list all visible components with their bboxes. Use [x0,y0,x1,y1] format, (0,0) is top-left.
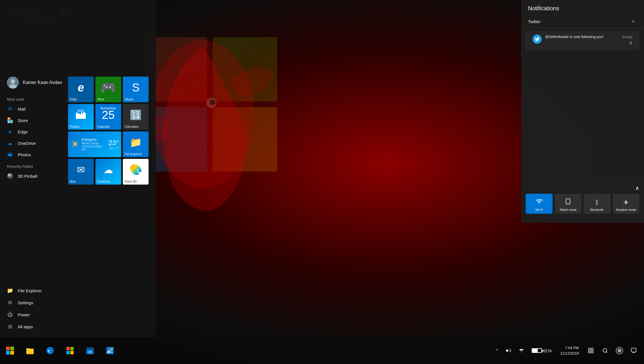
qa-tablet-label: Tablet mode [559,208,577,211]
bottom-actions: 📁 File Explorer ⚙ Settings ⏻ Power ⊞ All… [0,282,156,337]
tile-calculator[interactable]: 🔢 Calculator [123,104,149,130]
quick-actions-expand-button[interactable]: ∧ [635,185,639,191]
taskbar-chevron-button[interactable]: ^ [493,346,501,355]
taskbar-battery[interactable]: 61% [529,347,555,355]
qa-wifi-label: Wi-Fi [535,208,543,211]
battery-pct: 61% [543,348,552,353]
taskbar-clock[interactable]: 7:04 PM 11/12/2018 [556,345,583,356]
taskbar-time: 7:04 PM [560,345,579,351]
taskbar-wifi-button[interactable] [516,345,527,356]
svg-rect-32 [589,348,591,350]
svg-rect-13 [10,347,14,350]
tile-weather[interactable]: ☀ Eskişehir Mostly Sunny Chance of Rain:… [68,131,121,157]
quick-actions-grid: Wi-Fi Tablet mode ᛒ Bluetooth ✈ Airplane… [526,194,639,214]
taskbar-search-button[interactable] [599,337,611,364]
svg-marker-30 [506,349,508,352]
notification-text: @SelimKestel is now following you! [545,35,619,39]
notification-header: Notifications [521,0,644,15]
tile-xbox-label: Xbox [97,97,104,101]
qa-wifi-button[interactable]: Wi-Fi [526,194,553,214]
sidebar-item-file-explorer[interactable]: 📁 File Explorer [0,285,156,297]
settings-label: Settings [18,300,33,305]
power-icon: ⏻ [7,311,13,318]
taskbar-action-center-button[interactable] [627,337,640,364]
edge-icon: e [7,129,13,135]
win-logo-bg [140,34,280,174]
tile-xbox[interactable]: 🎮 Xbox [95,77,121,102]
tile-calculator-label: Calculator [125,125,139,128]
svg-rect-38 [631,348,636,352]
edge-label: Edge [18,129,28,134]
taskbar-cortana-button[interactable] [613,337,626,364]
svg-rect-12 [6,347,10,350]
svg-rect-22 [70,347,74,350]
store-label: Store [18,118,28,123]
tiles-area: e Edge 🎮 Xbox S Skype 🏔 Photos November … [68,77,149,185]
tile-photos-label: Photos [70,125,79,128]
notification-time: Sunday [622,35,633,39]
tile-mail-label: Mail [70,180,75,183]
wifi-icon [536,198,543,206]
tile-weather-city: Eskişehir [82,137,106,142]
tile-paint3d[interactable]: 🎨 Paint 3D [123,159,149,185]
svg-rect-21 [66,347,70,350]
taskbar-icon-photos[interactable] [100,337,120,364]
avatar [7,77,19,89]
photos-label: Photos [18,152,31,157]
taskbar-icon-edge[interactable]: e [40,337,60,364]
notification-close-button[interactable]: × [629,17,637,26]
tile-fileexplorer-label: File Explorer [125,152,142,156]
file-explorer-label: File Explorer [18,288,42,293]
taskbar-icon-calendar[interactable]: 25 [80,337,100,364]
notification-title: Notifications [528,5,559,12]
tile-edge[interactable]: e Edge [68,77,94,102]
qa-bluetooth-label: Bluetooth [591,208,604,211]
tile-weather-rain: Chance of Rain: 0% [82,145,106,151]
svg-point-29 [111,348,113,350]
notification-source-twitter: Twitter × [521,15,644,28]
tablet-mode-icon [565,198,571,206]
svg-rect-10 [566,199,570,204]
svg-rect-35 [591,351,593,353]
notification-expand-icon[interactable]: ∨ [629,40,633,46]
taskbar-system-tray: ^ 61% 7:04 PM 11/12/2018 [493,337,644,364]
svg-text:e: e [48,348,50,353]
sidebar-item-power[interactable]: ⏻ Power [0,309,156,321]
twitter-source-name: Twitter [528,19,541,24]
tile-weather-temp: 23° [109,139,119,147]
svg-rect-34 [589,351,591,353]
qa-tablet-button[interactable]: Tablet mode [555,194,582,214]
notification-item: @SelimKestel is now following you! Sunda… [526,31,639,50]
tile-fileexplorer[interactable]: 📁 File Explorer [123,131,149,157]
tile-weather-range: 24° / 7° [109,147,119,150]
taskbar-task-view-button[interactable] [585,337,597,364]
svg-rect-3 [213,107,277,171]
svg-point-11 [568,203,568,203]
pinball-icon: 🎱 [7,173,13,179]
tile-mail[interactable]: ✉ Mail [68,159,94,185]
taskbar-icon-store[interactable] [60,337,80,364]
tile-calendar[interactable]: November 25 Calendar [95,104,121,130]
tile-onedrive[interactable]: ☁ OneDrive [95,159,121,185]
sidebar-item-all-apps[interactable]: ⊞ All apps [0,321,156,333]
qa-airplane-label: Airplane mode [616,208,636,211]
qa-bluetooth-button[interactable]: ᛒ Bluetooth [584,194,611,214]
svg-rect-14 [6,351,10,355]
photos-icon: 🏔 [7,151,13,158]
sidebar-item-settings[interactable]: ⚙ Settings [0,297,156,309]
taskbar-start-button[interactable] [0,337,20,364]
tile-skype[interactable]: S Skype [123,77,149,102]
qa-airplane-button[interactable]: ✈ Airplane mode [613,194,640,214]
taskbar-volume-button[interactable] [503,345,514,356]
tile-photos[interactable]: 🏔 Photos [68,104,94,130]
svg-point-31 [521,352,522,353]
taskbar-icon-file-explorer[interactable] [20,337,40,364]
tile-calendar-label: Calendar [97,125,110,128]
bluetooth-icon: ᛒ [595,199,599,206]
tile-skype-label: Skype [125,97,133,101]
mail-label: Mail [18,107,26,111]
svg-text:25: 25 [88,350,92,354]
all-apps-label: All apps [18,324,33,329]
settings-icon: ⚙ [7,299,13,306]
user-name: Kamer Kaan Avdan [23,80,62,85]
